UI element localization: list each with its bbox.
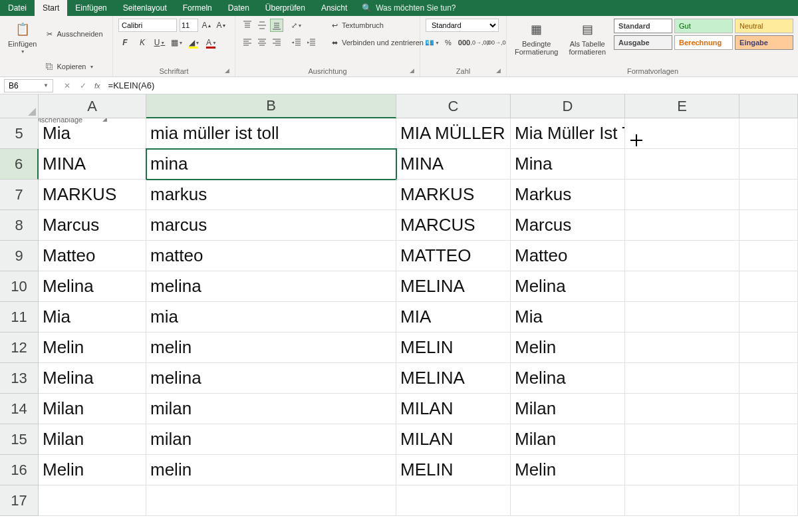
column-header-a[interactable]: A — [39, 94, 146, 118]
cell[interactable]: Mia — [39, 118, 146, 149]
cell[interactable] — [739, 180, 798, 210]
cell[interactable] — [739, 271, 798, 302]
cell[interactable]: MELIN — [396, 455, 511, 485]
cut-button[interactable]: ✂ Ausschneiden — [45, 19, 117, 49]
accounting-format-button[interactable]: 💶▼ — [426, 36, 439, 49]
style-ausgabe[interactable]: Ausgabe — [614, 35, 672, 50]
cell[interactable]: Melina — [511, 271, 625, 302]
cell[interactable] — [396, 485, 511, 516]
cell[interactable]: milan — [146, 424, 396, 455]
cell[interactable]: marcus — [146, 210, 396, 241]
conditional-formatting-button[interactable]: ▦ Bedingte Formatierung — [512, 19, 561, 57]
column-header-b[interactable]: B — [146, 94, 396, 118]
cell[interactable]: MINA — [396, 149, 511, 180]
thousands-format-button[interactable]: 000 — [458, 36, 471, 49]
menu-tab-daten[interactable]: Daten — [220, 0, 257, 16]
row-header[interactable]: 10 — [0, 271, 39, 302]
cell[interactable] — [739, 424, 798, 455]
cell[interactable] — [625, 394, 739, 424]
cell[interactable] — [739, 332, 798, 363]
menu-tab-start[interactable]: Start — [35, 0, 67, 16]
cell[interactable]: MELINA — [396, 363, 511, 394]
row-header[interactable]: 15 — [0, 424, 39, 455]
menu-tab-seitenlayout[interactable]: Seitenlayout — [115, 0, 175, 16]
cell[interactable] — [739, 118, 798, 149]
decrease-font-button[interactable]: A▼ — [215, 19, 227, 32]
align-bottom-button[interactable] — [270, 19, 283, 32]
cell[interactable]: Milan — [511, 394, 625, 424]
cell[interactable] — [625, 485, 739, 516]
font-size-input[interactable] — [180, 19, 198, 32]
italic-button[interactable]: K — [136, 36, 149, 49]
style-gut[interactable]: Gut — [674, 19, 733, 33]
paste-button[interactable]: 📋 Einfügen ▼ — [5, 19, 39, 55]
cell[interactable]: melin — [146, 455, 396, 485]
percent-format-button[interactable]: % — [442, 36, 455, 49]
cell[interactable] — [739, 455, 798, 485]
cell[interactable] — [739, 302, 798, 332]
cell[interactable]: MIA — [396, 302, 511, 332]
cell[interactable]: Melina — [511, 363, 625, 394]
increase-decimal-button[interactable]: ,0→,00 — [473, 36, 487, 49]
cell[interactable]: Melin — [39, 332, 146, 363]
number-format-select[interactable]: Standard — [426, 19, 499, 32]
style-berechnung[interactable]: Berechnung — [674, 35, 733, 50]
cell[interactable]: milan — [146, 394, 396, 424]
cell[interactable]: Melin — [39, 455, 146, 485]
row-header[interactable]: 7 — [0, 180, 39, 210]
row-header[interactable]: 5 — [0, 118, 39, 149]
cell[interactable]: Melina — [39, 363, 146, 394]
style-standard[interactable]: Standard — [614, 19, 672, 33]
cell[interactable]: MINA — [39, 149, 146, 180]
cell[interactable] — [625, 241, 739, 271]
cell[interactable]: melin — [146, 332, 396, 363]
merge-center-button[interactable]: ⬌ Verbinden und zentrieren ▼ — [329, 36, 433, 49]
name-box[interactable]: B6 ▼ — [4, 79, 53, 92]
cell[interactable]: Milan — [39, 394, 146, 424]
cell[interactable] — [625, 424, 739, 455]
cell[interactable]: Matteo — [511, 241, 625, 271]
align-right-button[interactable] — [270, 36, 283, 49]
font-color-button[interactable]: A ▼ — [205, 36, 218, 49]
format-as-table-button[interactable]: ▤ Als Tabelle formatieren — [566, 19, 608, 57]
column-header-d[interactable]: D — [511, 94, 625, 118]
decrease-decimal-button[interactable]: ,00→,0 — [489, 36, 503, 49]
cell[interactable]: MARKUS — [396, 180, 511, 210]
row-header[interactable]: 12 — [0, 332, 39, 363]
cell[interactable]: Matteo — [39, 241, 146, 271]
cell[interactable] — [625, 180, 739, 210]
select-all-corner[interactable] — [0, 94, 39, 118]
align-left-button[interactable] — [241, 36, 254, 49]
cell[interactable]: matteo — [146, 241, 396, 271]
cell[interactable]: MARCUS — [396, 210, 511, 241]
cell[interactable] — [39, 485, 146, 516]
wrap-text-button[interactable]: ↩ Textumbruch — [329, 19, 433, 32]
cell[interactable] — [146, 485, 396, 516]
cell[interactable] — [625, 455, 739, 485]
spreadsheet-grid[interactable]: A B C D E 5Miamia müller ist tollMIA MÜL… — [0, 94, 798, 516]
align-middle-button[interactable] — [255, 19, 269, 32]
underline-button[interactable]: U▼ — [153, 36, 166, 49]
cell[interactable]: mia müller ist toll — [146, 118, 396, 149]
cancel-formula-button[interactable]: ✕ — [60, 79, 74, 92]
dialog-launcher-icon[interactable]: ◢ — [410, 67, 414, 74]
fill-color-button[interactable]: ◢ ▼ — [188, 36, 201, 49]
menu-tab-ueberpruefen[interactable]: Überprüfen — [257, 0, 313, 16]
menu-tab-einfuegen[interactable]: Einfügen — [67, 0, 114, 16]
column-header-e[interactable]: E — [625, 94, 739, 118]
cell[interactable]: MELINA — [396, 271, 511, 302]
cell[interactable]: Melin — [511, 332, 625, 363]
align-top-button[interactable] — [241, 19, 254, 32]
cell[interactable] — [625, 118, 739, 149]
cell[interactable]: melina — [146, 271, 396, 302]
cell[interactable]: Marcus — [511, 210, 625, 241]
row-header[interactable]: 17 — [0, 485, 39, 516]
dialog-launcher-icon[interactable]: ◢ — [225, 67, 229, 74]
cell[interactable]: Mia Müller Ist Toll — [511, 118, 625, 149]
formula-input[interactable]: =KLEIN(A6) — [104, 80, 798, 90]
cell[interactable]: MILAN — [396, 394, 511, 424]
menu-tab-datei[interactable]: Datei — [0, 0, 35, 16]
dialog-launcher-icon[interactable]: ◢ — [496, 67, 501, 74]
borders-button[interactable]: ▦▼ — [170, 36, 184, 49]
cell[interactable] — [511, 485, 625, 516]
